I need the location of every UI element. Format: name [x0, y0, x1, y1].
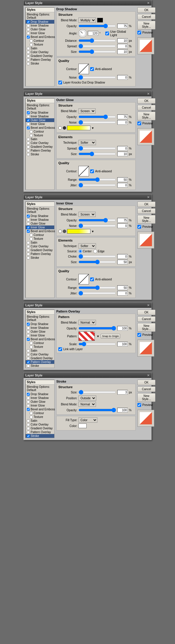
sb-po5[interactable]: Pattern Overlay [26, 430, 54, 434]
size-input[interactable] [117, 49, 128, 54]
blend-mode-select[interactable]: MultiplyNormalScreen [78, 18, 96, 23]
sidebar-item-bevel-emboss[interactable]: Bevel and Emboss [26, 35, 54, 39]
sb-po4[interactable]: Pattern Overlay [26, 360, 54, 364]
ig-dot-white[interactable] [58, 230, 62, 233]
sidebar-item-stroke[interactable]: Stroke [26, 62, 54, 65]
og-opacity-input[interactable] [117, 114, 128, 119]
sb-is-5[interactable]: Inner Shadow [26, 396, 54, 400]
sb-go4[interactable]: Gradient Overlay [26, 356, 54, 360]
cb-drop-shadow[interactable] [27, 20, 30, 23]
stroke-blend-select[interactable]: NormalMultiply [78, 402, 96, 407]
snap-to-origin-btn[interactable]: Snap to Origin [101, 334, 120, 339]
cb-stroke[interactable] [27, 62, 30, 65]
stroke-color-swatch[interactable] [78, 423, 87, 428]
sb-og-3[interactable]: Outer Glow [26, 222, 54, 225]
ig-dot-black[interactable] [63, 230, 66, 233]
po-scale-slider[interactable] [78, 342, 116, 346]
sb-st4[interactable]: Stroke [26, 364, 54, 368]
og-gradient-bar[interactable] [67, 126, 90, 130]
po-blend-select[interactable]: NormalMultiply [78, 320, 96, 325]
sb-c3[interactable]: Contour [26, 233, 54, 237]
ig-gradient-bar[interactable] [67, 229, 90, 234]
sb-co3[interactable]: Color Overlay [26, 244, 54, 248]
preview-cb[interactable] [137, 31, 141, 34]
sidebar-item-satin[interactable]: Satin [26, 46, 54, 50]
cb-go2[interactable] [27, 145, 30, 148]
close-button[interactable]: ✕ [147, 1, 150, 5]
sb-ig-5[interactable]: Inner Glow [26, 404, 54, 407]
stroke-opacity-input[interactable] [117, 408, 128, 412]
ig-contour-preview[interactable] [78, 274, 89, 284]
noise-slider[interactable] [78, 76, 116, 79]
opacity-slider[interactable] [78, 24, 116, 28]
po-opacity-input[interactable] [117, 326, 128, 331]
sb-sa5[interactable]: Satin [26, 419, 54, 423]
ig-range-input[interactable] [117, 285, 128, 290]
sidebar-satin-2[interactable]: Satin [26, 137, 54, 141]
cb-be-2[interactable] [27, 126, 30, 129]
og-jitter-input[interactable] [117, 183, 128, 188]
sb-c5[interactable]: Contour [26, 411, 54, 415]
ig-noise-slider[interactable] [78, 224, 116, 228]
sb-co4[interactable]: Color Overlay [26, 353, 54, 356]
ok-button-5[interactable]: OK [137, 380, 155, 385]
sb-ds-5[interactable]: Drop Shadow [26, 392, 54, 396]
sidebar-blending-4[interactable]: Blending Options: Default [26, 315, 54, 322]
sidebar-blending-options[interactable]: Blending Options: Default [26, 12, 54, 20]
cb-contour[interactable] [30, 39, 33, 42]
sidebar-item-pattern-overlay[interactable]: Pattern Overlay [26, 58, 54, 62]
preview-cb-4[interactable] [137, 333, 141, 337]
new-style-button[interactable]: New Style... [137, 21, 155, 29]
po-pattern-preview[interactable] [78, 331, 95, 341]
sb-be-4[interactable]: Bevel and Emboss [26, 337, 54, 341]
sidebar-item-outer-glow[interactable]: Outer Glow [26, 27, 54, 31]
sb-ds-4[interactable]: Drop Shadow [26, 322, 54, 326]
cancel-button-2[interactable]: Cancel [137, 105, 155, 110]
cb-inner-shadow[interactable] [27, 24, 30, 27]
po-opacity-slider[interactable] [78, 327, 116, 330]
sb-go3[interactable]: Gradient Overlay [26, 248, 54, 252]
sidebar-item-inner-shadow-2[interactable]: Inner Shadow [26, 114, 54, 118]
sb-ig-4[interactable]: Inner Glow [26, 334, 54, 337]
cb-ig-2[interactable] [27, 123, 30, 126]
sidebar-po-2[interactable]: Pattern Overlay [26, 149, 54, 152]
sb-is-4[interactable]: Inner Shadow [26, 326, 54, 330]
cancel-button-5[interactable]: Cancel [137, 386, 155, 392]
preview-cb-5[interactable] [137, 403, 141, 407]
sidebar-co-2[interactable]: Color Overlay [26, 141, 54, 145]
cancel-button[interactable]: Cancel [137, 14, 155, 20]
ig-noise-input[interactable] [117, 223, 128, 228]
distance-slider[interactable] [78, 39, 116, 42]
sb-sa4[interactable]: Satin [26, 349, 54, 353]
ok-button[interactable]: OK [137, 7, 155, 13]
sidebar-blending-3[interactable]: Blending Options: Default [26, 206, 54, 214]
sidebar-item-drop-shadow[interactable]: Drop Shadow [26, 20, 54, 24]
sb-be-3[interactable]: Bevel and Emboss [26, 229, 54, 233]
new-style-button-2[interactable]: New Style... [137, 112, 155, 120]
sidebar-contour-2[interactable]: Contour [26, 130, 54, 133]
use-global-light-cb[interactable] [105, 32, 109, 35]
sidebar-go-2[interactable]: Gradient Overlay [26, 145, 54, 149]
ig-technique-select[interactable]: SofterPrecise [78, 243, 96, 249]
ok-button-2[interactable]: OK [137, 98, 155, 104]
ig-size-slider[interactable] [78, 260, 116, 264]
stroke-opacity-slider[interactable] [78, 408, 116, 412]
cb-t2[interactable] [30, 134, 33, 137]
cancel-button-3[interactable]: Cancel [137, 208, 155, 214]
ig-range-slider[interactable] [78, 286, 116, 289]
cb-c2[interactable] [30, 130, 33, 133]
og-dot-white[interactable] [58, 126, 62, 130]
ig-blend-select[interactable]: ScreenNormal [78, 212, 96, 217]
new-style-button-3[interactable]: New Style... [137, 215, 155, 224]
po-pattern-arrow[interactable]: ▼ [97, 335, 99, 338]
ig-jitter-input[interactable] [117, 291, 128, 296]
og-range-input[interactable] [117, 177, 128, 182]
sb-be-5[interactable]: Bevel and Emboss [26, 407, 54, 411]
og-size-input[interactable] [117, 152, 128, 156]
noise-input[interactable] [117, 75, 128, 80]
close-button-3[interactable]: ✕ [147, 195, 150, 199]
spread-slider[interactable] [78, 44, 116, 48]
sidebar-st-2[interactable]: Stroke [26, 152, 54, 156]
spread-input[interactable] [117, 44, 128, 48]
preview-cb-2[interactable] [137, 121, 141, 125]
